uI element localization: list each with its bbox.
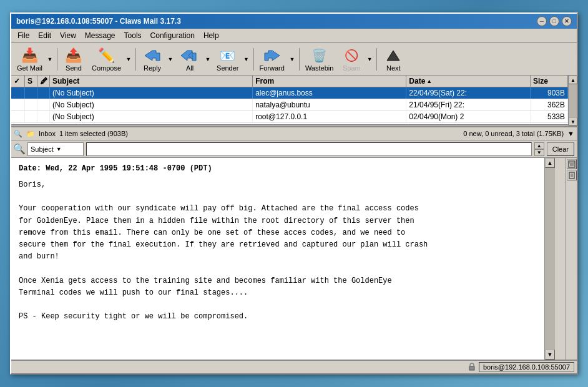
mail-row[interactable]: (No Subject) alec@janus.boss 22/04/95(Sa…: [11, 87, 568, 99]
reply-icon: [142, 47, 162, 64]
compose-dropdown[interactable]: ▼: [124, 45, 133, 74]
sep4: [299, 48, 300, 71]
all-button[interactable]: All: [176, 45, 203, 74]
mail-list-header: ✓ S 🖉 Subject From Date ▲ Size: [11, 76, 568, 87]
window-title: boris@192.168.0.108:55007 - Claws Mail 3…: [16, 17, 181, 26]
send-label: Send: [66, 64, 82, 72]
col-header-subject[interactable]: Subject: [50, 76, 253, 87]
next-button[interactable]: Next: [380, 45, 407, 74]
selection-info: 1 item selected (903B): [59, 130, 128, 137]
maximize-button[interactable]: □: [549, 16, 559, 26]
msg-scroll-down[interactable]: ▼: [545, 350, 555, 360]
menu-file[interactable]: File: [14, 30, 33, 41]
mail-row[interactable]: (No Subject) natalya@ubuntu 21/04/95(Fri…: [11, 99, 568, 111]
mail-cell-date: 02/04/90(Mon) 2: [406, 111, 531, 122]
list-scroll-up[interactable]: ▲: [569, 76, 577, 84]
bottom-lock-icon: [468, 362, 476, 372]
main-window: boris@192.168.0.108:55007 - Claws Mail 3…: [10, 12, 578, 375]
menu-message[interactable]: Message: [81, 30, 119, 41]
toolbar: 📥 Get Mail ▼ 📤 Send ✏️ Compose ▼: [11, 43, 577, 76]
reply-button[interactable]: Reply: [139, 45, 166, 74]
all-label: All: [186, 64, 194, 72]
list-scroll-down[interactable]: ▼: [569, 117, 577, 126]
status-dropdown-arrow[interactable]: ▼: [567, 130, 574, 137]
search-up-button[interactable]: ▲: [534, 142, 544, 149]
sender-button[interactable]: 📧 Sender: [213, 45, 242, 74]
sender-group: 📧 Sender ▼: [213, 45, 250, 74]
col-header-check[interactable]: ✓: [11, 76, 25, 87]
col-header-att[interactable]: 🖉: [37, 76, 50, 87]
mail-cell-date: 21/04/95(Fri) 22:: [406, 99, 531, 110]
msg-tool-btn-1[interactable]: [567, 159, 577, 169]
mail-row[interactable]: (No Subject) root@127.0.0.1 02/04/90(Mon…: [11, 111, 568, 123]
right-info: 0 new, 0 unread, 3 total (1.75KB): [463, 130, 564, 137]
spam-dropdown[interactable]: ▼: [365, 45, 374, 74]
svg-marker-4: [387, 51, 399, 61]
mail-cell-att: [37, 87, 50, 99]
menu-edit[interactable]: Edit: [34, 30, 55, 41]
menu-view[interactable]: View: [56, 30, 80, 41]
mail-list-container: ✓ S 🖉 Subject From Date ▲ Size (No Subje…: [11, 76, 577, 127]
date-label: Date:: [19, 164, 41, 173]
reply-group: Reply ▼: [139, 45, 175, 74]
titlebar-buttons: ─ □ ✕: [537, 16, 572, 26]
menu-tools[interactable]: Tools: [120, 30, 145, 41]
wastebin-icon: 🗑️: [310, 47, 330, 64]
date-value: Wed, 22 Apr 1995 19:51:48 -0700 (PDT): [46, 164, 212, 173]
sender-dropdown[interactable]: ▼: [242, 45, 251, 74]
message-pane: Date: Wed, 22 Apr 1995 19:51:48 -0700 (P…: [11, 158, 577, 360]
search-down-button[interactable]: ▼: [534, 149, 544, 156]
message-body: Boris, Your cooperation with our syndica…: [19, 179, 537, 323]
mail-cell-date: 22/04/95(Sat) 22:: [406, 87, 531, 99]
svg-marker-0: [145, 51, 160, 61]
mail-cell-check: [11, 99, 25, 110]
col-header-s[interactable]: S: [25, 76, 37, 87]
compose-icon: ✏️: [97, 47, 117, 64]
msg-scroll-track: [545, 168, 555, 350]
clear-button[interactable]: Clear: [547, 142, 574, 156]
forward-button[interactable]: Forward: [257, 45, 288, 74]
msg-scroll-up[interactable]: ▲: [545, 158, 555, 168]
mail-cell-att: [37, 99, 50, 110]
mail-cell-from: root@127.0.0.1: [253, 111, 406, 122]
mail-cell-from: alec@janus.boss: [253, 87, 406, 99]
mail-cell-s: [25, 99, 37, 110]
mail-list: ✓ S 🖉 Subject From Date ▲ Size (No Subje…: [11, 76, 568, 125]
all-icon: [180, 47, 200, 64]
forward-dropdown[interactable]: ▼: [288, 45, 296, 74]
send-button[interactable]: 📤 Send: [60, 45, 87, 74]
mail-cell-from: natalya@ubuntu: [253, 99, 406, 110]
send-group: 📤 Send: [60, 45, 87, 74]
forward-icon: [262, 47, 282, 64]
close-button[interactable]: ✕: [562, 16, 572, 26]
sep5: [376, 48, 377, 71]
sender-label: Sender: [217, 64, 238, 72]
sep1: [57, 48, 57, 71]
mail-cell-s: [25, 111, 37, 122]
spam-button[interactable]: 🚫 Spam: [338, 45, 365, 74]
menu-help[interactable]: Help: [200, 30, 223, 41]
reply-dropdown[interactable]: ▼: [166, 45, 175, 74]
col-header-date[interactable]: Date ▲: [406, 76, 531, 87]
get-mail-button[interactable]: 📥 Get Mail: [14, 45, 46, 74]
minimize-button[interactable]: ─: [537, 16, 547, 26]
mail-cell-s: [25, 87, 37, 99]
get-mail-dropdown[interactable]: ▼: [46, 45, 54, 74]
status-bar: 🔍 📁 Inbox 1 item selected (903B) 0 new, …: [11, 127, 577, 140]
msg-tool-btn-2[interactable]: [567, 170, 577, 180]
spam-label: Spam: [343, 64, 361, 72]
get-mail-icon: 📥: [19, 47, 39, 64]
menubar: File Edit View Message Tools Configurati…: [11, 29, 577, 43]
search-input[interactable]: [86, 142, 532, 156]
all-dropdown[interactable]: ▼: [203, 45, 212, 74]
msg-scrollbar: ▲ ▼: [545, 158, 555, 360]
wastebin-button[interactable]: 🗑️ Wastebin: [302, 45, 336, 74]
search-field-select[interactable]: Subject ▼: [27, 142, 84, 156]
next-label: Next: [386, 64, 401, 72]
col-header-size[interactable]: Size: [531, 76, 568, 87]
spam-group: 🚫 Spam ▼: [338, 45, 374, 74]
titlebar: boris@192.168.0.108:55007 - Claws Mail 3…: [11, 14, 577, 29]
col-header-from[interactable]: From: [253, 76, 406, 87]
compose-button[interactable]: ✏️ Compose: [89, 45, 124, 74]
menu-configuration[interactable]: Configuration: [147, 30, 198, 41]
